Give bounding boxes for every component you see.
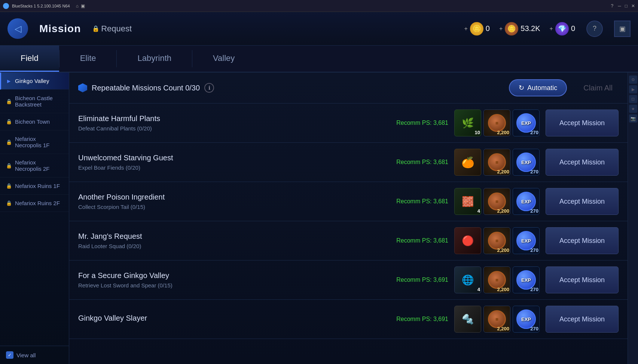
item-reward: 🌿 10: [454, 109, 481, 136]
nav-request-label: Request: [101, 24, 132, 34]
tab-elite[interactable]: Elite: [59, 46, 117, 72]
coin-icon: [488, 153, 506, 171]
lock-icon-nefariox-1f: 🔒: [6, 139, 12, 145]
nefariox-1f-label: Nefariox Necropolis 1F: [15, 136, 63, 148]
sidebar-item-nefariox-ruins-1f[interactable]: 🔒 Nefariox Ruins 1F: [0, 178, 69, 195]
automatic-button[interactable]: ↻ Automatic: [509, 79, 567, 96]
coin-reward: 2,200: [483, 109, 510, 136]
coin-count: 2,200: [497, 326, 509, 331]
item-count: 10: [475, 130, 480, 135]
item-reward: 🧱 4: [454, 188, 481, 215]
coin-count: 2,200: [497, 130, 509, 135]
exp-reward: EXP 270: [513, 188, 540, 215]
claim-all-button[interactable]: Claim All: [577, 80, 619, 96]
accept-mission-button[interactable]: Accept Mission: [546, 227, 619, 254]
sidebar-item-nefariox-2f[interactable]: 🔒 Nefariox Necropolis 2F: [0, 154, 69, 178]
gem-currency: + 💎 0: [550, 22, 575, 36]
help-button[interactable]: ?: [586, 21, 603, 37]
mission-info: Mr. Jang's Request Raid Looter Squad (0/…: [78, 232, 367, 249]
chrome-btn-4[interactable]: ★: [629, 105, 637, 113]
reward-icons: 🌐 4 2,200 EXP 270: [454, 266, 540, 293]
nav-request-section[interactable]: 🔒 Request: [92, 24, 132, 34]
mission-info: For a Secure Ginkgo Valley Retrieve Lost…: [78, 271, 367, 289]
help-title-icon[interactable]: ?: [611, 3, 614, 9]
mission-ps: Recomm PS: 3,681: [373, 120, 448, 126]
accept-mission-button[interactable]: Accept Mission: [546, 306, 619, 333]
exp-count: 270: [530, 287, 538, 292]
sidebar-item-nefariox-ruins-2f[interactable]: 🔒 Nefariox Ruins 2F: [0, 195, 69, 212]
missions-header: Repeatable Missions Count 0/30 ℹ ↻ Autom…: [69, 73, 628, 104]
tab-field[interactable]: Field: [0, 46, 59, 72]
maximize-btn[interactable]: □: [625, 3, 628, 9]
accept-mission-button[interactable]: Accept Mission: [546, 266, 619, 293]
coin-reward: 2,200: [483, 149, 510, 176]
coin-icon: [488, 310, 506, 328]
chrome-btn-5[interactable]: 📷: [629, 114, 637, 123]
sidebar-item-bicheon-castle[interactable]: 🔒 Bicheon Castle Backstreet: [0, 90, 69, 113]
mission-row: Unwelcomed Starving Guest Expel Boar Fie…: [69, 143, 628, 182]
nav-logo-icon: ◁: [7, 18, 28, 39]
currency-group: + 🪙 0 + 🪙 53.2K + 💎 0: [464, 22, 575, 36]
view-all-footer[interactable]: ✓ View all: [0, 346, 69, 364]
bicheon-town-label: Bicheon Town: [15, 118, 50, 125]
item-icon: 🍊: [461, 156, 474, 169]
gem-icon: 💎: [555, 22, 569, 36]
chrome-btn-3[interactable]: ⊡: [629, 95, 637, 103]
accept-mission-button[interactable]: Accept Mission: [546, 188, 619, 215]
tab-valley[interactable]: Valley: [192, 46, 255, 72]
mission-info: Another Poison Ingredient Collect Scorpi…: [78, 193, 367, 210]
mission-info: Eliminate Harmful Plants Defeat Cannibal…: [78, 114, 367, 132]
coin-icon: [488, 271, 506, 289]
view-all-checkbox[interactable]: ✓: [6, 351, 13, 359]
sidebar-item-ginkgo-valley[interactable]: Ginkgo Valley: [0, 73, 69, 90]
coin-reward: 2,200: [483, 227, 510, 254]
mission-subtitle: Retrieve Lost Sword and Spear (0/15): [78, 282, 367, 289]
lock-icon-ruins-1f: 🔒: [6, 183, 12, 189]
info-icon[interactable]: ℹ: [204, 83, 214, 93]
mission-ps: Recomm PS: 3,691: [373, 277, 448, 283]
coin-count: 2,200: [497, 169, 509, 175]
item-reward: 🌐 4: [454, 266, 481, 293]
screen-icon[interactable]: ▣: [81, 3, 85, 9]
reward-icons: 🔩 2,200 EXP 270: [454, 306, 540, 333]
reward-icons: 🌿 10 2,200 EXP 270: [454, 109, 540, 136]
tab-labyrinth[interactable]: Labyrinth: [117, 46, 192, 72]
sidebar-item-nefariox-1f[interactable]: 🔒 Nefariox Necropolis 1F: [0, 130, 69, 154]
title-bar: BlueStacks 1 5.2.100.1045 N64 ⌂ ▣ ? ─ □ …: [0, 0, 638, 12]
exp-reward: EXP 270: [513, 266, 540, 293]
exp-count: 270: [530, 208, 538, 214]
copper-currency: + 🪙 53.2K: [499, 22, 540, 36]
mission-title: Unwelcomed Starving Guest: [78, 154, 367, 162]
mission-info: Unwelcomed Starving Guest Expel Boar Fie…: [78, 154, 367, 171]
mission-row: Another Poison Ingredient Collect Scorpi…: [69, 182, 628, 221]
nefariox-2f-label: Nefariox Necropolis 2F: [15, 159, 63, 172]
mission-title: Another Poison Ingredient: [78, 193, 367, 201]
exp-reward: EXP 270: [513, 306, 540, 333]
top-nav: ◁ Mission 🔒 Request + 🪙 0 + 🪙 53.2K + 💎 …: [0, 12, 638, 46]
minimize-btn[interactable]: ─: [618, 3, 621, 9]
coin-reward: 2,200: [483, 188, 510, 215]
copper-value: 53.2K: [521, 24, 540, 33]
chrome-btn-1[interactable]: ⚙: [629, 75, 637, 84]
view-all-label: View all: [16, 352, 36, 358]
reward-icons: 🧱 4 2,200 EXP 270: [454, 188, 540, 215]
close-btn[interactable]: ✕: [631, 3, 635, 9]
accept-mission-button[interactable]: Accept Mission: [546, 109, 619, 136]
item-icon: 🌿: [462, 117, 474, 129]
exp-reward: EXP 270: [513, 227, 540, 254]
mission-ps: Recomm PS: 3,681: [373, 159, 448, 166]
automatic-label: Automatic: [527, 84, 557, 92]
mission-title: For a Secure Ginkgo Valley: [78, 271, 367, 280]
sidebar-item-bicheon-town[interactable]: 🔒 Bicheon Town: [0, 113, 69, 130]
right-chrome: ⚙ ▶ ⊡ ★ 📷: [628, 73, 638, 364]
extra-button[interactable]: ▣: [614, 21, 631, 37]
item-icon: 🧱: [462, 196, 474, 207]
lock-icon-bicheon-town: 🔒: [6, 119, 12, 124]
accept-mission-button[interactable]: Accept Mission: [546, 149, 619, 176]
lock-icon-nefariox-2f: 🔒: [6, 163, 12, 169]
chrome-btn-2[interactable]: ▶: [629, 85, 637, 93]
item-icon: 🌐: [462, 274, 474, 286]
mission-row: For a Secure Ginkgo Valley Retrieve Lost…: [69, 260, 628, 300]
item-count: 4: [477, 208, 480, 214]
home-icon[interactable]: ⌂: [76, 3, 79, 9]
